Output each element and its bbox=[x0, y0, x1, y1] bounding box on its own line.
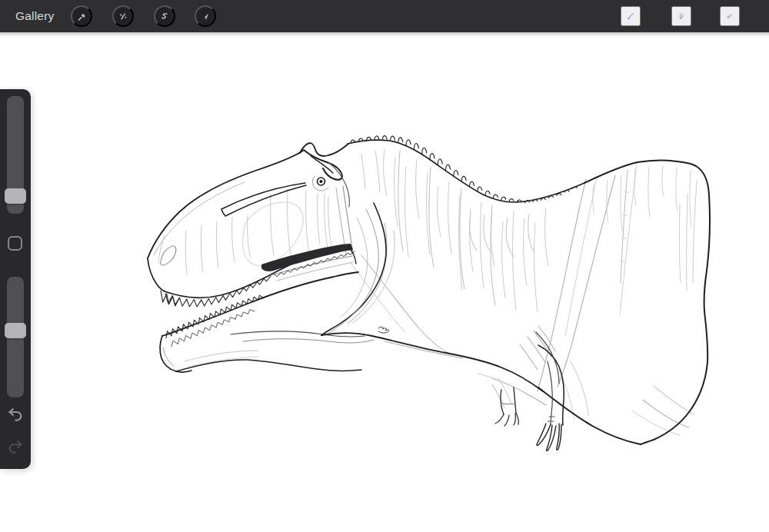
gallery-button[interactable]: Gallery bbox=[15, 0, 55, 32]
redo-button[interactable] bbox=[6, 438, 25, 457]
transform-button[interactable] bbox=[195, 5, 216, 27]
dinosaur-sketch-artwork bbox=[0, 32, 769, 532]
magic-wand-icon bbox=[118, 10, 128, 23]
transform-arrow-icon bbox=[201, 10, 210, 23]
smudge-tool-button[interactable] bbox=[671, 6, 691, 26]
paintbrush-icon bbox=[627, 6, 634, 26]
drawing-canvas[interactable] bbox=[0, 32, 769, 532]
brush-size-slider[interactable] bbox=[7, 96, 24, 214]
selection-button[interactable] bbox=[154, 5, 175, 27]
brush-opacity-slider[interactable] bbox=[7, 277, 24, 397]
brush-size-handle[interactable] bbox=[5, 188, 26, 204]
top-toolbar: Gallery bbox=[0, 0, 769, 32]
erase-tool-button[interactable] bbox=[720, 6, 740, 26]
paint-tool-button[interactable] bbox=[621, 6, 641, 26]
smudge-finger-icon bbox=[677, 6, 685, 26]
eraser-icon bbox=[726, 6, 734, 26]
brush-opacity-handle[interactable] bbox=[5, 323, 26, 338]
undo-button[interactable] bbox=[6, 406, 25, 424]
modify-button[interactable] bbox=[8, 236, 22, 251]
adjustments-button[interactable] bbox=[112, 5, 134, 27]
actions-button[interactable] bbox=[71, 5, 92, 27]
undo-icon bbox=[6, 406, 25, 424]
redo-icon bbox=[6, 438, 25, 457]
brush-sidebar bbox=[0, 89, 31, 469]
wrench-icon bbox=[77, 10, 86, 23]
selection-s-icon bbox=[160, 9, 169, 23]
